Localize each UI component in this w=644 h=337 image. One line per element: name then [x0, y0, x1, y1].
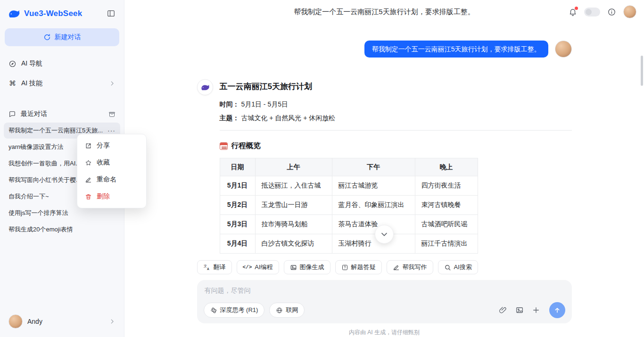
conversation-title: 帮我制定一个五一云南丽江5天旅行计划，要求排版工整。: [294, 8, 474, 16]
trash-icon: [85, 193, 92, 200]
chip-ai-search[interactable]: AI搜索: [438, 260, 478, 274]
chip-image-generation[interactable]: 图像生成: [284, 260, 330, 274]
itinerary-title: 五一云南丽江5天旅行计划: [220, 81, 572, 92]
chevron-down-icon: [380, 230, 389, 239]
user-message-avatar: [555, 41, 572, 58]
share-icon: [85, 142, 92, 149]
recent-chats-label: 最近对话: [21, 110, 47, 118]
itinerary-theme: 主题： 古城文化 + 自然风光 + 休闲放松: [220, 113, 572, 123]
user-account-row[interactable]: Andy: [0, 308, 124, 337]
notification-dot: [575, 7, 578, 10]
user-name: Andy: [27, 318, 42, 325]
compass-icon: [8, 60, 17, 68]
new-chat-label: 新建对话: [55, 33, 81, 41]
overview-section-title: 行程概览: [220, 141, 572, 151]
logo-row: Vue3-WebSeek: [0, 0, 124, 25]
itinerary-time: 时间： 5月1日 - 5月5日: [220, 99, 572, 109]
table-row: 5月1日 抵达丽江，入住古城 丽江古城游览 四方街夜生活: [220, 176, 478, 196]
info-icon[interactable]: [607, 8, 616, 16]
notification-bell-icon[interactable]: [569, 8, 577, 16]
user-message-row: 帮我制定一个五一云南丽江5天旅行计划，要求排版工整。: [197, 41, 572, 58]
attachment-icon[interactable]: [499, 306, 507, 314]
chat-context-menu: 分享 收藏 重命名 删除: [77, 134, 147, 208]
refresh-icon: [43, 33, 51, 41]
nav-label: AI 导航: [21, 59, 42, 68]
menu-item-rename[interactable]: 重命名: [80, 171, 143, 188]
web-search-toggle[interactable]: 联网: [269, 303, 305, 318]
recent-chats-header: 最近对话: [0, 106, 124, 123]
whale-logo-icon: [8, 7, 20, 20]
scrollbar[interactable]: [641, 56, 643, 86]
rename-icon: [85, 176, 92, 183]
main-area: 帮我制定一个五一云南丽江5天旅行计划，要求排版工整。 帮我制定一个五一云南丽江5…: [124, 0, 644, 337]
collapse-sidebar-icon[interactable]: [106, 8, 116, 19]
ai-message-content: 五一云南丽江5天旅行计划 时间： 5月1日 - 5月5日 主题： 古城文化 + …: [220, 79, 572, 254]
new-chat-button[interactable]: 新建对话: [5, 28, 119, 46]
chevron-right-icon: [109, 318, 116, 325]
sidebar-item-ai-nav[interactable]: AI 导航: [0, 54, 124, 74]
chip-translate[interactable]: 文A 翻译: [197, 260, 232, 274]
table-header-row: 日期 上午 下午 晚上: [220, 158, 478, 176]
svg-text:A: A: [207, 267, 209, 271]
user-avatar: [8, 314, 23, 329]
calendar-icon: [220, 142, 228, 150]
menu-item-share[interactable]: 分享: [80, 137, 143, 154]
col-header-date: 日期: [220, 158, 255, 176]
topbar: 帮我制定一个五一云南丽江5天旅行计划，要求排版工整。: [124, 0, 644, 24]
chip-writing[interactable]: 帮我写作: [387, 260, 433, 274]
deep-think-toggle[interactable]: 深度思考 (R1): [204, 303, 265, 318]
ai-avatar-whale-icon: [197, 79, 213, 95]
table-row: 5月4日 白沙古镇文化探访 玉湖村骑行 丽江千古情演出: [220, 234, 478, 254]
composer-toolbar: 深度思考 (R1) 联网: [204, 302, 565, 318]
pen-icon: [393, 264, 400, 271]
star-icon: [85, 159, 92, 166]
question-answer-icon: [341, 264, 348, 271]
composer-actions: [499, 302, 565, 318]
theme-toggle[interactable]: [584, 8, 600, 16]
ai-disclaimer: 内容由 AI 生成，请仔细甄别: [197, 329, 572, 337]
input-placeholder: 有问题，尽管问: [205, 287, 564, 295]
translate-icon: 文A: [203, 263, 211, 271]
col-header-afternoon: 下午: [332, 158, 415, 176]
chip-qa[interactable]: 解题答疑: [335, 260, 382, 274]
user-message-bubble: 帮我制定一个五一云南丽江5天旅行计划，要求排版工整。: [364, 41, 548, 58]
col-header-morning: 上午: [255, 158, 332, 176]
code-icon: </>: [243, 264, 252, 270]
message-input[interactable]: 有问题，尽管问 深度思考 (R1) 联网: [197, 280, 572, 323]
command-icon: ⌘: [8, 79, 17, 88]
divider: [220, 130, 572, 131]
arrow-up-icon: [553, 306, 561, 314]
history-icon: [8, 110, 16, 118]
recent-chat-item[interactable]: 帮我生成20个emoji表情: [4, 222, 120, 238]
table-row: 5月2日 玉龙雪山一日游 蓝月谷、印象丽江演出 束河古镇晚餐: [220, 196, 478, 215]
itinerary-table: 日期 上午 下午 晚上 5月1日 抵达丽江，入住古城 丽江古城游览 四方街夜生活: [220, 158, 478, 254]
globe-icon: [276, 307, 283, 314]
scroll-to-bottom-button[interactable]: [375, 225, 394, 244]
svg-text:文: 文: [203, 264, 206, 268]
send-button[interactable]: [549, 302, 565, 318]
menu-item-delete[interactable]: 删除: [80, 188, 143, 205]
search-icon: [444, 264, 451, 271]
profile-avatar[interactable]: [623, 5, 636, 18]
upload-image-icon[interactable]: [515, 306, 524, 314]
app-title: Vue3-WebSeek: [24, 9, 82, 18]
nav-label: AI 技能: [21, 79, 42, 88]
table-row: 5月3日 拉市海骑马划船 茶马古道体验 古城酒吧听民谣: [220, 215, 478, 234]
chevron-right-icon: [109, 80, 116, 87]
menu-item-favorite[interactable]: 收藏: [80, 154, 143, 171]
suggestion-chips: 文A 翻译 </> AI编程 图像生成 解题答疑: [197, 260, 572, 274]
plus-icon[interactable]: [532, 306, 540, 314]
image-icon: [290, 264, 297, 271]
archive-icon[interactable]: [108, 111, 116, 118]
sidebar-item-ai-skill[interactable]: ⌘ AI 技能: [0, 74, 124, 93]
chip-ai-coding[interactable]: </> AI编程: [237, 260, 279, 274]
atom-icon: [210, 307, 217, 314]
topbar-actions: [569, 0, 636, 24]
chat-column: 帮我制定一个五一云南丽江5天旅行计划，要求排版工整。 五一云南丽江5天旅行计划 …: [197, 41, 572, 337]
col-header-evening: 晚上: [415, 158, 478, 176]
